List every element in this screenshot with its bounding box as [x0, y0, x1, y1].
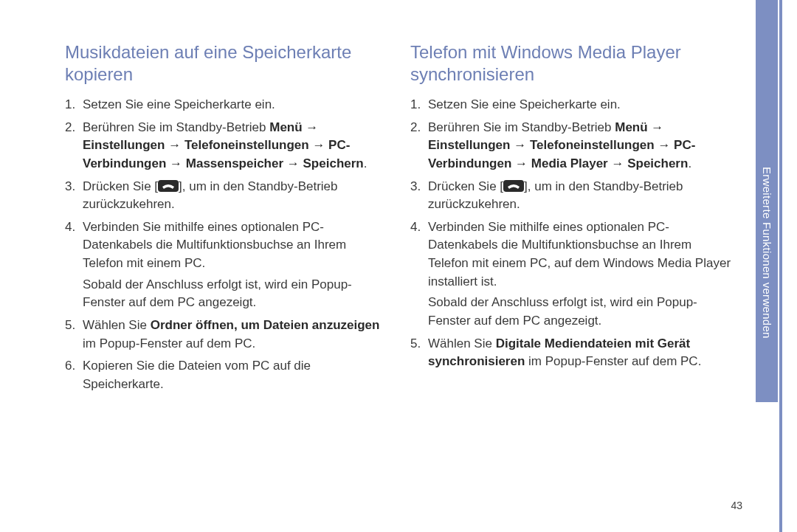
- step-text: im Popup-Fenster auf dem PC.: [83, 336, 255, 350]
- step-sub-text: Sobald der Anschluss erfolgt ist, wird e…: [428, 294, 735, 330]
- step-text: Wählen Sie: [83, 318, 151, 332]
- step-sub-text: Sobald der Anschluss erfolgt ist, wird e…: [83, 276, 390, 312]
- list-item: Verbinden Sie mithilfe eines optionalen …: [410, 218, 735, 331]
- side-strip: [779, 0, 782, 532]
- page-number: 43: [731, 500, 742, 511]
- step-text: .: [364, 156, 368, 170]
- end-call-key-icon: [158, 179, 179, 191]
- step-text: Kopieren Sie die Dateien vom PC auf die …: [83, 359, 311, 391]
- step-text: Verbinden Sie mithilfe eines optionalen …: [428, 220, 731, 289]
- step-bold: Ordner öffnen, um Dateien anzuzeigen: [151, 318, 380, 332]
- page-content: Musikdateien auf eine Speicherkarte kopi…: [0, 0, 797, 398]
- right-column: Telefon mit Windows Media Player synchro…: [410, 41, 735, 398]
- list-item: Setzen Sie eine Speicherkarte ein.: [410, 96, 735, 114]
- list-item: Kopieren Sie die Dateien vom PC auf die …: [65, 357, 390, 393]
- left-column: Musikdateien auf eine Speicherkarte kopi…: [65, 41, 390, 398]
- step-text: Berühren Sie im Standby-Betrieb: [83, 120, 269, 134]
- step-text: Setzen Sie eine Speicherkarte ein.: [428, 97, 621, 111]
- step-text: im Popup-Fenster auf dem PC.: [525, 354, 701, 368]
- list-item: Verbinden Sie mithilfe eines optionalen …: [65, 218, 390, 312]
- step-text: Berühren Sie im Standby-Betrieb: [428, 120, 615, 134]
- side-tab-bg: Erweiterte Funktionen verwenden: [756, 0, 778, 402]
- right-step-list: Setzen Sie eine Speicherkarte ein. Berüh…: [410, 96, 735, 371]
- right-heading: Telefon mit Windows Media Player synchro…: [410, 41, 735, 86]
- list-item: Drücken Sie [], um in den Standby-Betrie…: [65, 178, 390, 214]
- list-item: Wählen Sie Digitale Mediendateien mit Ge…: [410, 335, 735, 371]
- step-text: Verbinden Sie mithilfe eines optionalen …: [83, 220, 346, 270]
- list-item: Wählen Sie Ordner öffnen, um Dateien anz…: [65, 317, 390, 353]
- step-text: Drücken Sie [: [428, 179, 503, 193]
- end-call-key-icon: [503, 179, 524, 191]
- list-item: Drücken Sie [], um in den Standby-Betrie…: [410, 178, 735, 214]
- list-item: Berühren Sie im Standby-Betrieb Menü → E…: [410, 119, 735, 173]
- side-tab: Erweiterte Funktionen verwenden: [756, 0, 778, 532]
- step-text: Setzen Sie eine Speicherkarte ein.: [83, 97, 275, 111]
- step-text: Drücken Sie [: [83, 179, 158, 193]
- list-item: Berühren Sie im Standby-Betrieb Menü → E…: [65, 119, 390, 173]
- left-heading: Musikdateien auf eine Speicherkarte kopi…: [65, 41, 390, 86]
- step-text: Wählen Sie: [428, 336, 496, 350]
- left-step-list: Setzen Sie eine Speicherkarte ein. Berüh…: [65, 96, 390, 394]
- list-item: Setzen Sie eine Speicherkarte ein.: [65, 96, 390, 114]
- step-text: .: [688, 156, 691, 170]
- side-tab-label: Erweiterte Funktionen verwenden: [761, 167, 773, 339]
